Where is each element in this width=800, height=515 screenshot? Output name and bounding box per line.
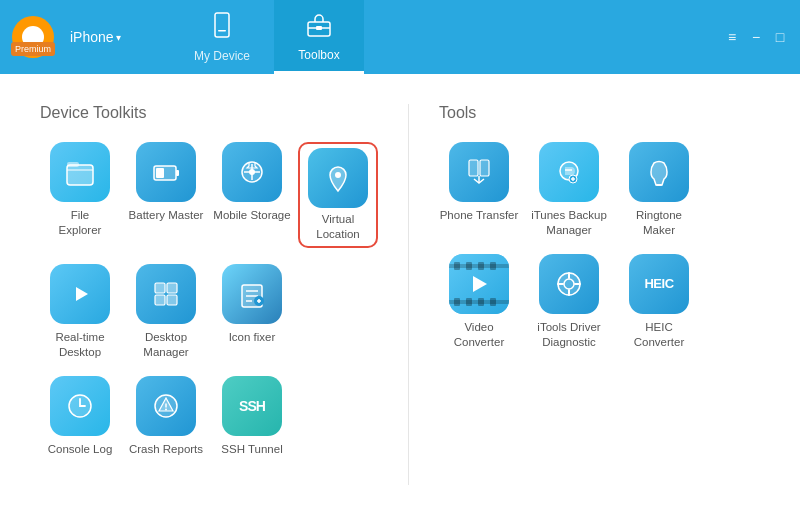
svg-rect-23: [155, 283, 165, 293]
tool-heic-converter[interactable]: HEIC HEIC Converter: [619, 254, 699, 350]
menu-button[interactable]: ≡: [724, 29, 740, 45]
icon-fixer-icon: [222, 264, 282, 324]
svg-rect-15: [67, 162, 79, 167]
virtual-location-label: Virtual Location: [304, 212, 372, 242]
header-left: Premium iPhone ▾: [0, 0, 170, 74]
video-converter-label: VideoConverter: [454, 320, 505, 350]
svg-marker-22: [76, 287, 88, 301]
maximize-button[interactable]: □: [772, 29, 788, 45]
window-controls: ≡ − □: [712, 0, 800, 74]
phone-transfer-label: Phone Transfer: [440, 208, 519, 223]
mobile-storage-icon: [222, 142, 282, 202]
tool-file-explorer[interactable]: FileExplorer: [40, 142, 120, 248]
dropdown-arrow[interactable]: ▾: [116, 32, 121, 43]
desktop-manager-icon: [136, 264, 196, 324]
file-explorer-label: FileExplorer: [59, 208, 102, 238]
device-toolkits-title: Device Toolkits: [40, 104, 378, 122]
tool-realtime-desktop[interactable]: Real-timeDesktop: [40, 264, 120, 360]
svg-marker-2: [31, 24, 35, 32]
svg-rect-40: [480, 160, 489, 176]
tab-my-device-label: My Device: [194, 49, 250, 63]
tools-title: Tools: [439, 104, 760, 122]
svg-rect-54: [490, 262, 496, 270]
logo-circle: Premium: [12, 16, 54, 58]
itunes-backup-icon: [539, 142, 599, 202]
tool-icon-fixer[interactable]: Icon fixer: [212, 264, 292, 360]
device-toolkits-section: Device Toolkits FileExplorer: [40, 104, 378, 485]
tool-ringtone-maker[interactable]: Ringtone Maker: [619, 142, 699, 238]
svg-rect-58: [490, 298, 496, 306]
icon-fixer-label: Icon fixer: [229, 330, 276, 345]
tab-my-device[interactable]: My Device: [170, 0, 274, 74]
itunes-backup-label: iTunes BackupManager: [531, 208, 607, 238]
svg-rect-39: [469, 160, 478, 176]
tool-itools-driver[interactable]: iTools DriverDiagnostic: [529, 254, 609, 350]
svg-rect-47: [656, 184, 662, 186]
svg-rect-12: [316, 26, 322, 30]
nav-tabs: My Device Toolbox: [170, 0, 712, 74]
main-content: Device Toolkits FileExplorer: [0, 74, 800, 515]
svg-marker-5: [20, 35, 28, 39]
heic-converter-label: HEIC Converter: [619, 320, 699, 350]
tool-battery-master[interactable]: Battery Master: [126, 142, 206, 248]
heic-converter-icon: HEIC: [629, 254, 689, 314]
app-logo: Premium: [12, 16, 62, 58]
svg-rect-13: [67, 165, 93, 185]
premium-badge: Premium: [11, 42, 55, 56]
tool-desktop-manager[interactable]: DesktopManager: [126, 264, 206, 360]
svg-rect-9: [218, 30, 226, 32]
tool-crash-reports[interactable]: Crash Reports: [126, 376, 206, 457]
svg-point-21: [335, 172, 341, 178]
svg-rect-52: [466, 262, 472, 270]
svg-point-38: [165, 408, 167, 410]
realtime-desktop-icon: [50, 264, 110, 324]
svg-rect-17: [176, 170, 179, 176]
tab-toolbox[interactable]: Toolbox: [274, 0, 364, 74]
mobile-storage-label: Mobile Storage: [213, 208, 290, 223]
video-converter-icon: [449, 254, 509, 314]
tool-video-converter[interactable]: VideoConverter: [439, 254, 519, 350]
device-name[interactable]: iPhone: [70, 29, 114, 45]
tool-ssh-tunnel[interactable]: SSH SSH Tunnel: [212, 376, 292, 457]
my-device-icon: [208, 11, 236, 45]
svg-point-7: [29, 33, 37, 41]
tool-virtual-location[interactable]: Virtual Location: [298, 142, 378, 248]
crash-reports-icon: [136, 376, 196, 436]
ringtone-maker-icon: [629, 142, 689, 202]
tools-section: Tools Phone Transfer: [439, 104, 760, 485]
app-header: Premium iPhone ▾ My Device: [0, 0, 800, 74]
tab-toolbox-label: Toolbox: [298, 48, 339, 62]
virtual-location-icon: [308, 148, 368, 208]
realtime-desktop-label: Real-timeDesktop: [55, 330, 104, 360]
file-explorer-icon: [50, 142, 110, 202]
sections-row: Device Toolkits FileExplorer: [40, 104, 760, 485]
svg-rect-57: [478, 298, 484, 306]
tool-mobile-storage[interactable]: Mobile Storage: [212, 142, 292, 248]
ssh-tunnel-label: SSH Tunnel: [221, 442, 282, 457]
tool-phone-transfer[interactable]: Phone Transfer: [439, 142, 519, 238]
tool-itunes-backup[interactable]: iTunes BackupManager: [529, 142, 609, 238]
battery-master-label: Battery Master: [129, 208, 204, 223]
svg-rect-51: [454, 262, 460, 270]
phone-transfer-icon: [449, 142, 509, 202]
svg-rect-53: [478, 262, 484, 270]
tool-console-log[interactable]: Console Log: [40, 376, 120, 457]
console-log-label: Console Log: [48, 442, 113, 457]
svg-rect-8: [215, 13, 229, 37]
desktop-manager-label: DesktopManager: [143, 330, 188, 360]
itools-driver-label: iTools DriverDiagnostic: [537, 320, 600, 350]
ringtone-maker-label: Ringtone Maker: [619, 208, 699, 238]
svg-point-20: [249, 169, 255, 175]
ssh-tunnel-icon: SSH: [222, 376, 282, 436]
minimize-button[interactable]: −: [748, 29, 764, 45]
svg-rect-25: [155, 295, 165, 305]
svg-rect-55: [454, 298, 460, 306]
itools-driver-icon: [539, 254, 599, 314]
svg-rect-18: [156, 168, 164, 178]
toolbox-icon: [305, 10, 333, 44]
console-log-icon: [50, 376, 110, 436]
svg-rect-56: [466, 298, 472, 306]
section-divider: [408, 104, 409, 485]
battery-master-icon: [136, 142, 196, 202]
svg-rect-24: [167, 283, 177, 293]
